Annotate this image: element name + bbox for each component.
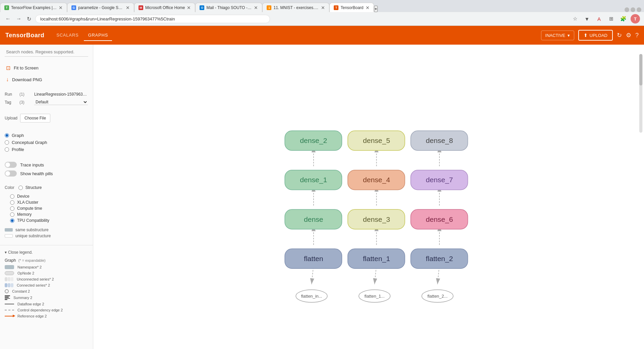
settings-icon[interactable]: ⚙	[626, 32, 631, 39]
fit-icon: ⊡	[6, 65, 10, 71]
tab-mail[interactable]: O Mail - Thiago SOUTO - Outlook ✕	[195, 3, 262, 12]
color-section: Color Structure Device XLA Cluster	[0, 181, 93, 244]
app-nav: SCALARS GRAPHS	[52, 30, 112, 41]
tpu-radio[interactable]	[10, 218, 14, 223]
tab-office[interactable]: M Microsoft Office Home ✕	[134, 3, 195, 12]
summary-label: Summary 2	[13, 296, 32, 300]
tab-close-icon[interactable]: ✕	[126, 5, 130, 10]
graph-type-graph[interactable]: Graph	[5, 132, 88, 139]
input-flatten-in-label: flatten_in...	[301, 294, 322, 299]
tab-title: TensorBoard	[340, 5, 363, 10]
conceptual-radio[interactable]	[5, 140, 9, 145]
color-memory[interactable]: Memory	[5, 211, 88, 217]
graph-type-profile-label: Profile	[12, 147, 24, 152]
fit-to-screen-button[interactable]: ⊡ Fit to Screen	[5, 62, 88, 74]
tag-select[interactable]: Default	[34, 99, 88, 105]
profile-radio[interactable]	[5, 147, 9, 152]
forward-button[interactable]: →	[15, 15, 23, 22]
trace-inputs-row: Trace inputs	[5, 160, 88, 169]
device-radio[interactable]	[10, 194, 14, 199]
tab-close-icon[interactable]: ✕	[366, 5, 370, 10]
extensions-icon[interactable]: 🧩	[619, 14, 628, 23]
download-png-label: Download PNG	[12, 77, 42, 82]
main-content: ⊡ Fit to Screen ↓ Download PNG Run (1) L…	[0, 45, 644, 349]
fit-to-screen-label: Fit to Screen	[14, 65, 39, 70]
search-input[interactable]	[5, 47, 88, 57]
node-dense4-label: dense_4	[363, 176, 390, 184]
tampermonkey-icon[interactable]: ▼	[582, 14, 592, 23]
memory-radio[interactable]	[10, 212, 14, 217]
graph-radio[interactable]	[5, 133, 9, 138]
chevron-down-icon: ▾	[5, 250, 7, 255]
refresh-icon[interactable]: ↻	[617, 32, 622, 39]
download-png-button[interactable]: ↓ Download PNG	[5, 74, 88, 85]
toggles-section: Trace inputs Show health pills	[0, 158, 93, 181]
graph-svg: dense_2 dense_5 dense_8 dense_1 dense_4 …	[93, 45, 644, 349]
node-dense5-label: dense_5	[363, 137, 390, 145]
actions-section: ⊡ Fit to Screen ↓ Download PNG	[0, 59, 93, 88]
trace-inputs-toggle[interactable]	[5, 162, 17, 168]
color-memory-label: Memory	[17, 212, 32, 217]
legend-opnode: OpNode 2	[5, 270, 88, 276]
show-health-pills-toggle[interactable]	[5, 170, 17, 177]
choose-file-button[interactable]: Choose File	[20, 114, 50, 122]
color-tpu[interactable]: TPU Compatibility	[5, 217, 88, 223]
upload-button[interactable]: ⬆ UPLOAD	[578, 30, 613, 41]
nav-icons: ☆ ▼ A ⊞ 🧩 T	[570, 14, 640, 23]
color-compute[interactable]: Compute time	[5, 205, 88, 211]
color-xla[interactable]: XLA Cluster	[5, 199, 88, 205]
tab-close-icon[interactable]: ✕	[254, 5, 258, 10]
color-options: Device XLA Cluster Compute time Memory	[5, 192, 88, 225]
node-dense6-label: dense_6	[426, 215, 453, 223]
node-flatten1-label: flatten_1	[363, 255, 390, 263]
structure-radio[interactable]	[18, 186, 23, 190]
graph-type-conceptual[interactable]: Conceptual Graph	[5, 139, 88, 146]
maximize-button[interactable]	[631, 7, 635, 12]
bookmark-icon[interactable]: ☆	[570, 14, 580, 23]
nav-scalars[interactable]: SCALARS	[52, 30, 83, 41]
tab-favicon: 1	[267, 5, 271, 10]
address-bar[interactable]	[35, 15, 270, 23]
compute-radio[interactable]	[10, 206, 14, 211]
app-header: TensorBoard SCALARS GRAPHS INACTIVE ▾ ⬆ …	[0, 26, 644, 45]
legend-dataflow: Dataflow edge 2	[5, 301, 88, 307]
graph-canvas[interactable]: dense_2 dense_5 dense_8 dense_1 dense_4 …	[93, 45, 644, 349]
profile-avatar[interactable]: T	[631, 14, 640, 23]
node-dense-label: dense	[304, 215, 323, 223]
reference-label: Reference edge 2	[17, 314, 47, 318]
graph-type-graph-label: Graph	[12, 133, 24, 138]
legend-summary: Summary 2	[5, 294, 88, 301]
nav-graphs[interactable]: GRAPHS	[84, 30, 112, 41]
tab-close-icon[interactable]: ✕	[59, 5, 63, 10]
upload-section: Upload Choose File	[0, 109, 93, 127]
tab-close-icon[interactable]: ✕	[321, 5, 325, 10]
constant-label: Constant 2	[12, 289, 30, 293]
other-icon[interactable]: ⊞	[606, 14, 616, 23]
input-flatten1-label: flatten_1...	[364, 294, 384, 299]
same-label: same substructure	[15, 228, 49, 232]
run-tag-section: Run (1) LinearRegression-1597963477... T…	[0, 88, 93, 109]
close-button[interactable]	[637, 7, 641, 12]
color-device[interactable]: Device	[5, 193, 88, 199]
node-dense8-label: dense_8	[426, 137, 453, 145]
node-flatten-label: flatten	[304, 255, 323, 262]
reload-button[interactable]: ↻	[25, 15, 33, 23]
graph-type-profile[interactable]: Profile	[5, 146, 88, 153]
close-legend-button[interactable]: ▾ Close legend.	[5, 249, 88, 255]
color-structure[interactable]: Structure	[17, 185, 42, 191]
xla-radio[interactable]	[10, 200, 14, 205]
back-button[interactable]: ←	[4, 15, 12, 22]
inactive-button[interactable]: INACTIVE ▾	[541, 31, 574, 40]
tab-mnist[interactable]: 1 11. MNIST - exercises.html ✕	[262, 3, 329, 12]
tab-tensorboard[interactable]: T TensorBoard ✕	[329, 3, 374, 12]
acrobat-icon[interactable]: A	[594, 14, 604, 23]
minimize-button[interactable]	[625, 7, 629, 12]
new-tab-button[interactable]: +	[374, 6, 378, 12]
scrollbar-thumb[interactable]	[639, 54, 642, 86]
run-count: (1)	[19, 92, 32, 97]
tab-google[interactable]: G parametize - Google Search ✕	[67, 3, 134, 12]
tab-close-icon[interactable]: ✕	[187, 5, 191, 10]
help-icon[interactable]: ?	[635, 32, 639, 39]
legend-constant: Constant 2	[5, 288, 88, 294]
tab-tensorflow[interactable]: T TensorFlow Examples | Program... ✕	[0, 3, 67, 12]
